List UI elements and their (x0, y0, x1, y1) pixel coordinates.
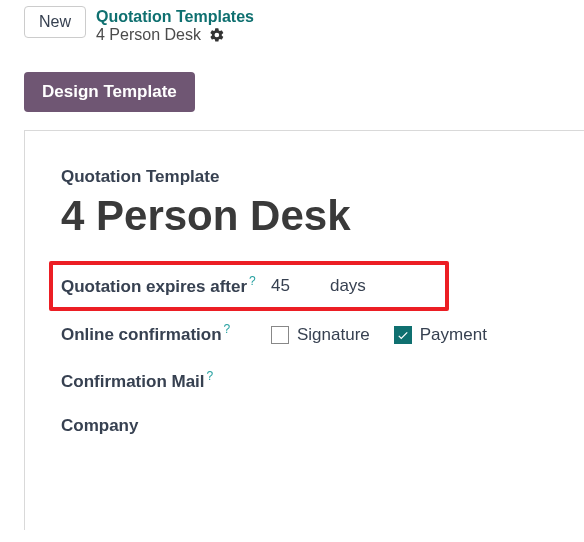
company-label-text: Company (61, 416, 138, 435)
design-bar: Design Template (0, 44, 584, 112)
payment-option: Payment (394, 325, 487, 345)
payment-label: Payment (420, 325, 487, 345)
signature-checkbox[interactable] (271, 326, 289, 344)
expires-label: Quotation expires after? (61, 273, 271, 299)
breadcrumb: Quotation Templates 4 Person Desk (96, 6, 254, 44)
design-template-button[interactable]: Design Template (24, 72, 195, 112)
help-icon[interactable]: ? (224, 322, 231, 336)
highlight-box: Quotation expires after? 45 days (49, 261, 449, 311)
company-label: Company (61, 414, 271, 439)
breadcrumb-current: 4 Person Desk (96, 26, 254, 44)
expires-unit: days (330, 276, 366, 296)
signature-option: Signature (271, 325, 370, 345)
expires-label-text: Quotation expires after (61, 277, 247, 296)
help-icon[interactable]: ? (207, 369, 214, 383)
row-online-confirmation: Online confirmation? Signature Payment (61, 311, 584, 357)
expires-value[interactable]: 45 (271, 276, 290, 296)
gear-icon[interactable] (209, 27, 225, 43)
topbar: New Quotation Templates 4 Person Desk (0, 0, 584, 44)
online-confirmation-options: Signature Payment (271, 325, 487, 345)
breadcrumb-parent-link[interactable]: Quotation Templates (96, 8, 254, 26)
row-confirmation-mail: Confirmation Mail? (61, 358, 584, 404)
payment-checkbox[interactable] (394, 326, 412, 344)
online-confirmation-label-text: Online confirmation (61, 325, 222, 344)
form-sheet: Quotation Template 4 Person Desk Quotati… (24, 130, 584, 530)
row-expires: Quotation expires after? 45 days (61, 273, 437, 299)
expires-value-group: 45 days (271, 276, 366, 296)
new-button[interactable]: New (24, 6, 86, 38)
breadcrumb-current-label: 4 Person Desk (96, 26, 201, 44)
section-label: Quotation Template (61, 167, 584, 187)
row-company: Company (61, 404, 584, 449)
confirmation-mail-label-text: Confirmation Mail (61, 371, 205, 390)
page-title[interactable]: 4 Person Desk (61, 193, 584, 239)
confirmation-mail-label: Confirmation Mail? (61, 368, 271, 394)
online-confirmation-label: Online confirmation? (61, 321, 271, 347)
signature-label: Signature (297, 325, 370, 345)
help-icon[interactable]: ? (249, 274, 256, 288)
